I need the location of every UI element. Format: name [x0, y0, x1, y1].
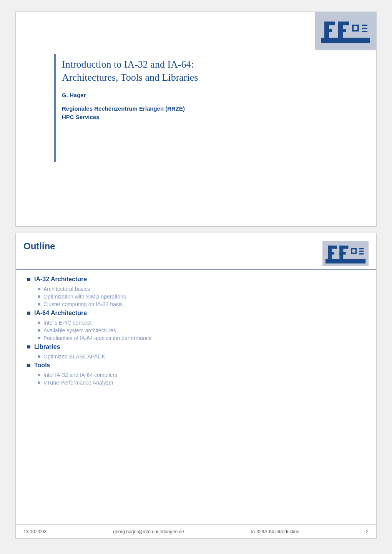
- slide-1-main-content: Introduction to IA-32 and IA-64: Archite…: [62, 58, 307, 122]
- slide-2: Outline IA-32 Architectur: [15, 233, 377, 525]
- slide-footer: 13.10.2003 georg.hager@rrze.uni-erlangen…: [15, 525, 377, 539]
- arch-basics-label: Architectural basics: [43, 286, 90, 292]
- svg-rect-2: [324, 22, 335, 25]
- bullet-arch-basics: [38, 288, 40, 290]
- outline-content: IA-32 Architecture Architectural basics …: [16, 270, 376, 396]
- bullet-ia64: [27, 312, 30, 315]
- bullet-cluster: [38, 303, 40, 305]
- outline-item-tools: Tools: [27, 362, 369, 369]
- sub-item-vtune: VTune Performance Analyzer: [38, 380, 369, 386]
- bullet-simd: [38, 295, 40, 298]
- bullet-blas: [38, 355, 40, 358]
- rrze-logo-2: [324, 242, 367, 265]
- svg-rect-22: [359, 248, 364, 249]
- sub-item-peculiarities: Peculiarities of IA-64 application perfo…: [38, 335, 369, 341]
- footer-email: georg.hager@rrze.uni-erlangen.de: [113, 529, 184, 534]
- svg-rect-19: [339, 252, 346, 254]
- cluster-label: Cluster computing on IA-32 basis: [43, 301, 123, 307]
- libraries-subitems: Optimized BLAS/LAPACK: [27, 353, 369, 360]
- libraries-label: Libraries: [34, 343, 60, 350]
- svg-rect-6: [338, 29, 346, 32]
- ia64-subitems: Intel's EPIC concept Available system ar…: [27, 320, 369, 341]
- sub-item-epic: Intel's EPIC concept: [38, 320, 369, 326]
- svg-rect-16: [328, 252, 334, 254]
- bullet-tools: [27, 364, 30, 367]
- footer-title: IA-32/IA-64 Introduction: [251, 529, 299, 534]
- slide-institute: Regionales Rechenzentrum Erlangen (RRZE)…: [62, 104, 307, 122]
- sub-item-blas: Optimized BLAS/LAPACK: [38, 353, 369, 360]
- avail-sys-label: Available system architectures: [43, 327, 116, 333]
- sub-item-cluster: Cluster computing on IA-32 basis: [38, 301, 369, 307]
- footer-date: 13.10.2003: [23, 529, 47, 534]
- sub-item-simd: Optimization with SIMD operations: [38, 294, 369, 300]
- bullet-vtune: [38, 381, 40, 384]
- slide2-header: Outline: [16, 233, 376, 270]
- tools-subitems: Intel IA-32 and IA-64 compilers VTune Pe…: [27, 372, 369, 386]
- vtune-label: VTune Performance Analyzer: [43, 380, 113, 386]
- outline-title: Outline: [23, 241, 55, 252]
- outline-item-ia64: IA-64 Architecture: [27, 310, 369, 317]
- svg-rect-24: [359, 253, 364, 254]
- sub-item-avail-sys: Available system architectures: [38, 327, 369, 333]
- slide-author: G. Hager: [62, 92, 307, 98]
- svg-rect-21: [352, 249, 355, 252]
- compilers-label: Intel IA-32 and IA-64 compilers: [43, 372, 117, 378]
- sub-item-arch-basics: Architectural basics: [38, 286, 369, 292]
- svg-rect-11: [362, 31, 367, 32]
- ia32-subitems: Architectural basics Optimization with S…: [27, 286, 369, 307]
- bullet-libraries: [27, 345, 30, 348]
- bullet-peculiarities: [38, 337, 40, 339]
- svg-rect-3: [324, 29, 332, 32]
- vertical-bar: [54, 54, 56, 162]
- svg-rect-9: [362, 25, 367, 26]
- sub-item-compilers: Intel IA-32 and IA-64 compilers: [38, 372, 369, 378]
- svg-rect-5: [338, 22, 349, 25]
- ia32-label: IA-32 Architecture: [34, 276, 87, 283]
- svg-rect-10: [362, 28, 367, 29]
- ia64-label: IA-64 Architecture: [34, 310, 87, 317]
- blas-label: Optimized BLAS/LAPACK: [43, 353, 105, 360]
- svg-rect-15: [328, 245, 337, 249]
- logo-area-1: [315, 12, 376, 50]
- outline-item-ia32: IA-32 Architecture: [27, 276, 369, 283]
- bullet-ia32: [27, 278, 30, 281]
- footer-page: 2: [366, 529, 369, 534]
- rrze-logo-1: [321, 18, 370, 45]
- svg-rect-12: [321, 38, 370, 43]
- svg-rect-18: [339, 245, 348, 249]
- simd-label: Optimization with SIMD operations: [43, 294, 126, 300]
- svg-rect-8: [354, 26, 357, 30]
- outline-item-libraries: Libraries: [27, 343, 369, 350]
- epic-label: Intel's EPIC concept: [43, 320, 92, 326]
- peculiarities-label: Peculiarities of IA-64 application perfo…: [43, 335, 152, 341]
- tools-label: Tools: [34, 362, 50, 369]
- slide-main-title: Introduction to IA-32 and IA-64: Archite…: [62, 58, 307, 84]
- slide-1: Introduction to IA-32 and IA-64: Archite…: [15, 12, 377, 227]
- svg-rect-25: [326, 259, 365, 264]
- svg-rect-23: [359, 250, 364, 252]
- bullet-compilers: [38, 374, 40, 376]
- bullet-epic: [38, 322, 40, 324]
- bullet-avail-sys: [38, 329, 40, 332]
- logo-area-2: [322, 241, 369, 266]
